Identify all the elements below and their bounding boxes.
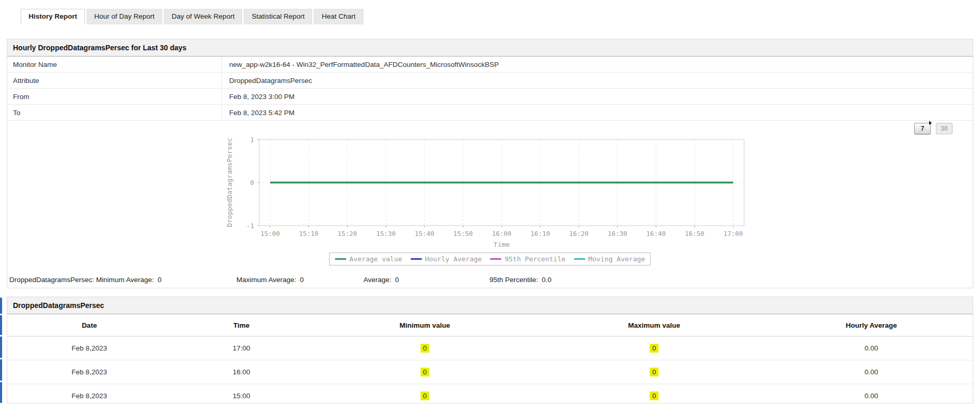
report-info-row: FromFeb 8, 2023 3:00 PM: [7, 89, 973, 105]
summary-item: DroppedDatagramsPersec: Minimum Average:…: [9, 276, 161, 284]
tab-heat-chart[interactable]: Heat Chart: [314, 9, 363, 24]
info-value: Feb 8, 2023 5:42 PM: [222, 105, 295, 120]
cell-time: 15:00: [172, 384, 312, 406]
legend-swatch-icon: [574, 258, 585, 260]
cell-date: Feb 8,2023: [7, 384, 172, 406]
hourly-values-table: DateTimeMinimum valueMaximum valueHourly…: [7, 314, 973, 406]
cell-max: 0: [538, 384, 770, 406]
report-info-row: Monitor Namenew_app-w2k16-64 - Win32_Per…: [7, 57, 973, 73]
svg-text:15:10: 15:10: [299, 230, 319, 237]
svg-text:1: 1: [250, 136, 254, 144]
cell-min: 0: [312, 337, 539, 360]
cell-min: 0: [312, 384, 539, 406]
highlighted-value: 0: [421, 368, 430, 376]
tab-day-of-week-report[interactable]: Day of Week Report: [164, 9, 242, 24]
report-info-row: AttributeDroppedDatagramsPersec: [7, 73, 973, 89]
highlighted-value: 0: [650, 344, 659, 353]
chart-section: 730 15:0015:1015:2015:3015:4015:5016:001…: [7, 121, 973, 288]
summary-item: Average:0: [363, 276, 399, 284]
legend-label: Hourly Average: [425, 255, 482, 263]
info-value: DroppedDatagramsPersec: [222, 73, 312, 88]
accent-bar: [0, 359, 2, 381]
legend-swatch-icon: [411, 258, 422, 260]
svg-text:16:10: 16:10: [530, 230, 550, 237]
info-value: new_app-w2k16-64 - Win32_PerfFormattedDa…: [222, 57, 499, 72]
summary-label: Maximum Average:: [236, 276, 296, 284]
cell-hourly-average: 0.00: [770, 360, 973, 384]
history-chart: 15:0015:1015:2015:3015:4015:5016:0016:10…: [223, 130, 752, 265]
cell-min: 0: [312, 360, 539, 384]
range-30-days-button[interactable]: 30: [936, 123, 953, 134]
svg-text:15:20: 15:20: [338, 230, 357, 237]
svg-text:0: 0: [250, 179, 254, 187]
svg-text:16:20: 16:20: [569, 230, 589, 237]
legend-item: Moving Average: [574, 255, 646, 263]
info-label: Attribute: [7, 73, 222, 88]
highlighted-value: 0: [421, 344, 430, 353]
legend-item: 95th Percentile: [490, 255, 565, 263]
cell-date: Feb 8,2023: [7, 360, 172, 384]
report-info-row: ToFeb 8, 2023 5:42 PM: [7, 105, 973, 121]
chart-range-buttons: 730: [914, 123, 953, 134]
legend-swatch-icon: [490, 258, 501, 260]
svg-text:15:50: 15:50: [453, 230, 473, 237]
svg-text:Time: Time: [494, 241, 510, 248]
cell-hourly-average: 0.00: [770, 384, 973, 406]
table-row: Feb 8,202317:00000.00: [7, 337, 973, 360]
range-7-days-button[interactable]: 7: [914, 123, 931, 134]
cell-max: 0: [538, 337, 770, 360]
cell-hourly-average: 0.00: [770, 337, 973, 360]
summary-item: Maximum Average:0: [236, 276, 304, 284]
report-tab-bar: History ReportHour of Day ReportDay of W…: [21, 9, 363, 24]
tab-history-report[interactable]: History Report: [21, 9, 85, 24]
cell-time: 17:00: [172, 337, 312, 360]
history-report-panel: Hourly DroppedDatagramsPersec for Last 3…: [7, 39, 973, 288]
column-header-time: Time: [172, 314, 312, 337]
summary-label: DroppedDatagramsPersec: Minimum Average:: [9, 276, 154, 284]
svg-text:DroppedDatagramsPersec: DroppedDatagramsPersec: [226, 138, 233, 227]
chart-legend: Average valueHourly Average95th Percenti…: [329, 253, 651, 265]
summary-label: 95th Percentile:: [489, 276, 538, 284]
summary-value: 0: [395, 276, 399, 284]
cell-date: Feb 8,2023: [7, 337, 172, 360]
tab-hour-of-day-report[interactable]: Hour of Day Report: [87, 9, 162, 24]
table-panel-title: DroppedDatagramsPersec: [7, 297, 973, 314]
legend-label: Average value: [349, 255, 402, 263]
dropdown-arrow-icon: [929, 121, 932, 125]
svg-text:15:30: 15:30: [376, 230, 396, 237]
svg-text:16:30: 16:30: [608, 230, 627, 237]
legend-label: Moving Average: [589, 255, 646, 263]
highlighted-value: 0: [650, 368, 659, 376]
svg-text:17:00: 17:00: [723, 230, 743, 237]
report-panel-title: Hourly DroppedDatagramsPersec for Last 3…: [7, 39, 973, 57]
legend-label: 95th Percentile: [505, 255, 565, 263]
tab-statistical-report[interactable]: Statistical Report: [244, 9, 312, 24]
accent-bar: [0, 382, 2, 403]
highlighted-value: 0: [421, 391, 430, 400]
svg-text:16:40: 16:40: [646, 230, 666, 237]
summary-label: Average:: [363, 276, 391, 284]
column-header-minimum-value: Minimum value: [312, 314, 539, 337]
table-row: Feb 8,202315:00000.00: [7, 384, 973, 406]
accent-bar: [0, 337, 2, 358]
summary-value: 0: [300, 276, 304, 284]
info-label: To: [7, 105, 222, 120]
accent-bar: [0, 315, 2, 335]
data-table-panel: DroppedDatagramsPersec DateTimeMinimum v…: [7, 297, 973, 403]
svg-text:16:50: 16:50: [685, 230, 705, 237]
chart-summary-row: DroppedDatagramsPersec: Minimum Average:…: [7, 276, 973, 287]
highlighted-value: 0: [650, 391, 659, 400]
table-row: Feb 8,202316:00000.00: [7, 360, 973, 384]
legend-swatch-icon: [335, 258, 346, 260]
svg-text:16:00: 16:00: [492, 230, 512, 237]
column-header-maximum-value: Maximum value: [538, 314, 770, 337]
legend-item: Hourly Average: [411, 255, 482, 263]
summary-value: 0.0: [542, 276, 552, 284]
panel-left-accent: [0, 298, 2, 403]
cell-max: 0: [538, 360, 770, 384]
report-info-table: Monitor Namenew_app-w2k16-64 - Win32_Per…: [7, 57, 973, 121]
table-header-row: DateTimeMinimum valueMaximum valueHourly…: [7, 314, 973, 337]
column-header-date: Date: [7, 314, 172, 337]
svg-text:15:40: 15:40: [415, 230, 435, 237]
svg-text:-1: -1: [246, 222, 254, 230]
